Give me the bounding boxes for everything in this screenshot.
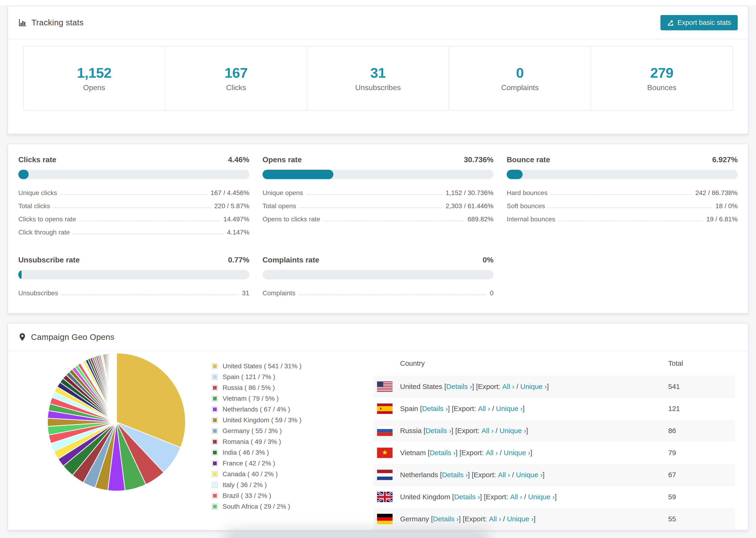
export-all-link[interactable]: All ›: [478, 405, 490, 413]
geo-legend: United States ( 541 / 31% ) Spain ( 121 …: [212, 351, 335, 530]
details-link[interactable]: Details ›: [430, 449, 456, 457]
legend-item: Spain ( 121 / 7% ): [212, 373, 335, 381]
stat-label: Opens: [83, 83, 105, 92]
legend-label: Romania ( 49 / 3% ): [223, 438, 281, 446]
legend-swatch: [212, 417, 218, 423]
rate-row-leader: [306, 187, 442, 195]
details-link[interactable]: Details ›: [425, 427, 451, 435]
rate-row-leader: [62, 287, 239, 295]
legend-label: United Kingdom ( 59 / 3% ): [223, 416, 301, 424]
export-all-link[interactable]: All ›: [482, 427, 494, 435]
pie-slice: [116, 353, 117, 422]
details-link[interactable]: Details ›: [442, 471, 468, 479]
stats-summary: 1,152 Opens 167 Clicks 31 Unsubscribes 0…: [23, 46, 733, 111]
country-name: Vietnam: [400, 449, 426, 457]
legend-swatch: [212, 471, 218, 477]
table-row: Netherlands [Details ›] [Export: All › /…: [373, 464, 735, 486]
legend-item: Canada ( 40 / 2% ): [212, 470, 335, 478]
export-all-link[interactable]: All ›: [498, 471, 510, 479]
table-header: Country Total: [373, 351, 735, 376]
export-all-link[interactable]: All ›: [486, 449, 498, 457]
rate-row-leader: [53, 200, 211, 208]
legend-swatch: [212, 450, 218, 456]
rate-row: Unique opens 1,152 / 30.736%: [262, 187, 494, 200]
progress-fill: [18, 170, 28, 179]
legend-swatch: [212, 482, 218, 488]
legend-item: United States ( 541 / 31% ): [212, 362, 335, 370]
export-all-link[interactable]: All ›: [489, 515, 501, 523]
rate-row-value: 31: [242, 290, 249, 297]
rate-row: Clicks to opens rate 14.497%: [18, 213, 249, 227]
rate-value: 4.46%: [228, 155, 249, 164]
tracking-card-header: Tracking stats Export basic stats: [8, 6, 748, 39]
export-unique-link[interactable]: Unique ›: [520, 383, 547, 391]
export-unique-link[interactable]: Unique ›: [500, 427, 526, 435]
country-flag-icon: [377, 426, 393, 436]
rate-row-value: 220 / 5.87%: [214, 202, 249, 210]
export-unique-link[interactable]: Unique ›: [504, 449, 530, 457]
rate-value: 6.927%: [712, 155, 738, 164]
rate-row: Opens to clicks rate 689.82%: [262, 213, 494, 227]
export-unique-link[interactable]: Unique ›: [528, 493, 555, 501]
rate-row-value: 689.82%: [467, 215, 494, 223]
country-flag-icon: [377, 381, 393, 392]
legend-label: Spain ( 121 / 7% ): [223, 373, 275, 381]
stat-value: 1,152: [77, 65, 112, 81]
rate-row: Total opens 2,303 / 61.446%: [262, 200, 494, 213]
rate-row-label: Total opens: [262, 202, 296, 210]
geo-title: Campaign Geo Opens: [31, 332, 114, 342]
rate-row: Hard bounces 242 / 86.738%: [507, 187, 738, 200]
rate-row-value: 242 / 86.738%: [695, 189, 738, 197]
rate-row-label: Soft bounces: [507, 202, 545, 210]
progress-fill: [18, 270, 22, 279]
rate-row-label: Opens to clicks rate: [262, 215, 320, 223]
export-all-link[interactable]: All ›: [510, 493, 522, 501]
rate-title: Bounce rate: [507, 155, 550, 164]
rate-title: Clicks rate: [18, 155, 56, 164]
page: Tracking stats Export basic stats 1,152 …: [0, 0, 756, 538]
total-value: 55: [668, 515, 735, 523]
rate-row: Total clicks 220 / 5.87%: [18, 200, 249, 213]
progress-bar: [18, 170, 249, 179]
export-basic-stats-button[interactable]: Export basic stats: [661, 15, 738, 30]
progress-fill: [262, 170, 333, 179]
legend-item: South Africa ( 29 / 2% ): [212, 503, 335, 510]
details-link[interactable]: Details ›: [433, 515, 459, 523]
rate-row-label: Hard bounces: [507, 189, 548, 197]
export-all-link[interactable]: All ›: [502, 383, 514, 391]
total-value: 86: [668, 427, 735, 435]
rate-row-label: Complaints: [262, 290, 296, 297]
legend-swatch: [212, 406, 218, 412]
export-unique-link[interactable]: Unique ›: [507, 515, 533, 523]
details-link[interactable]: Details ›: [422, 405, 448, 413]
rate-row-label: Unsubscribes: [18, 290, 58, 297]
rate-row-leader: [80, 213, 220, 221]
rate-row: Internal bounces 19 / 6.81%: [507, 213, 738, 227]
export-unique-link[interactable]: Unique ›: [496, 405, 523, 413]
details-link[interactable]: Details ›: [454, 493, 480, 501]
export-unique-link[interactable]: Unique ›: [516, 471, 543, 479]
total-value: 59: [668, 493, 735, 501]
table-row: Vietnam [Details ›] [Export: All › / Uni…: [373, 442, 735, 464]
legend-label: Italy ( 36 / 2% ): [223, 481, 267, 489]
legend-item: France ( 42 / 2% ): [212, 459, 335, 467]
stat-value: 279: [650, 65, 674, 81]
table-row: Spain [Details ›] [Export: All › / Uniqu…: [373, 398, 735, 420]
legend-label: Germany ( 55 / 3% ): [223, 427, 282, 435]
rate-block: Unsubscribe rate 0.77% Unsubscribes 31: [18, 256, 249, 300]
rate-row-leader: [551, 187, 692, 195]
rate-row: Unique clicks 167 / 4.456%: [18, 187, 249, 200]
rate-row-label: Click through rate: [18, 229, 70, 236]
rate-value: 0%: [483, 256, 494, 264]
legend-item: Brazil ( 33 / 2% ): [212, 492, 335, 500]
legend-item: Italy ( 36 / 2% ): [212, 481, 335, 489]
legend-label: Brazil ( 33 / 2% ): [223, 492, 271, 500]
details-link[interactable]: Details ›: [446, 383, 472, 391]
country-flag-icon: [377, 448, 393, 458]
rate-row: Unsubscribes 31: [18, 287, 249, 300]
country-name: Russia: [400, 427, 422, 435]
stat-cell: 1,152 Opens: [24, 46, 165, 110]
legend-swatch: [212, 374, 218, 380]
country-flag-icon: [377, 470, 393, 480]
rate-value: 0.77%: [228, 256, 249, 264]
